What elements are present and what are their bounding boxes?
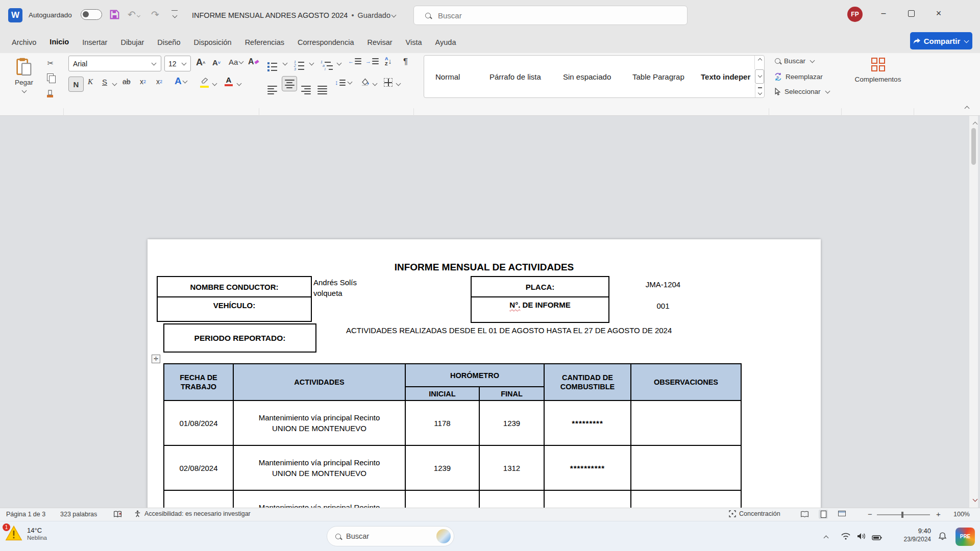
share-button[interactable]: Compartir <box>910 32 972 49</box>
line-spacing-icon[interactable]: ↕ <box>335 79 353 86</box>
sort-icon[interactable]: AZ↓ <box>385 56 392 66</box>
text-effects-icon[interactable]: A <box>175 76 188 87</box>
underline-button[interactable]: S <box>102 78 107 86</box>
titlebar-search-box[interactable]: Buscar <box>413 6 688 25</box>
shrink-font-icon[interactable]: A˅ <box>212 58 220 67</box>
periodo-box[interactable]: PERIODO REPORTADO: <box>163 323 316 353</box>
vertical-scrollbar[interactable] <box>969 116 978 508</box>
style-parrafo-de-lista[interactable]: Párrafo de lista <box>489 72 541 81</box>
multilevel-chevron-icon[interactable] <box>337 61 342 66</box>
decrease-indent-icon[interactable]: ← <box>348 58 361 64</box>
cell-fecha[interactable]: 02/08/2024 <box>164 445 233 490</box>
style-table-paragraph[interactable]: Table Paragrap <box>632 72 684 81</box>
cell-final[interactable]: 1239 <box>479 400 544 445</box>
autosave-toggle[interactable] <box>81 9 102 20</box>
focus-mode-button[interactable]: Concentración <box>729 510 780 517</box>
addins-button[interactable]: Complementos <box>847 56 909 83</box>
zoom-slider-thumb[interactable] <box>901 512 903 518</box>
tab-dibujar[interactable]: Dibujar <box>114 38 151 46</box>
vehiculo-label[interactable]: VEHÍCULO: <box>213 301 256 310</box>
informe-box[interactable]: N°. DE INFORME <box>471 296 609 323</box>
informe-value[interactable]: 001 <box>638 302 689 310</box>
cell-inicial[interactable]: 1178 <box>405 400 479 445</box>
bullets-icon[interactable] <box>267 57 277 71</box>
align-left-icon[interactable] <box>267 80 277 94</box>
col-header-final[interactable]: FINAL <box>479 387 544 400</box>
find-button[interactable]: Buscar <box>775 57 815 65</box>
grow-font-icon[interactable]: A˄ <box>196 57 205 68</box>
page-info[interactable]: Página 1 de 3 <box>6 511 45 518</box>
zoom-out-button[interactable]: − <box>868 510 872 518</box>
informe-label[interactable]: N°. DE INFORME <box>509 300 570 309</box>
print-layout-icon[interactable] <box>819 510 828 519</box>
align-center-icon[interactable] <box>282 76 297 91</box>
font-family-select[interactable]: Arial <box>68 56 161 71</box>
conductor-value[interactable]: Andrés Solís volqueta <box>313 277 374 298</box>
strikethrough-button[interactable]: ab <box>122 78 131 86</box>
close-button[interactable]: × <box>927 0 950 27</box>
avatar[interactable]: FP <box>847 7 863 22</box>
highlight-color-icon[interactable] <box>200 77 209 88</box>
periodo-label[interactable]: PERIODO REPORTADO: <box>194 334 286 343</box>
cell-cantidad[interactable]: ********** <box>544 445 631 490</box>
placa-box[interactable]: PLACA: <box>471 276 609 297</box>
col-header-horometro[interactable]: HORÓMETRO <box>405 364 544 387</box>
paste-button[interactable]: Pegar <box>9 56 39 102</box>
tab-ayuda[interactable]: Ayuda <box>429 38 463 46</box>
col-header-actividades[interactable]: ACTIVIDADES <box>233 364 405 400</box>
borders-chevron-icon[interactable] <box>396 81 401 86</box>
conductor-box[interactable]: NOMBRE CONDUCTOR: <box>157 276 312 297</box>
tab-archivo[interactable]: Archivo <box>5 38 43 46</box>
cell-actividad[interactable]: Mantenimiento vía principal Recinto UNIO… <box>233 445 405 490</box>
clock-widget[interactable]: 9:40 23/9/2024 <box>889 527 931 544</box>
conductor-label[interactable]: NOMBRE CONDUCTOR: <box>190 283 278 291</box>
style-texto-independiente[interactable]: Texto indeper <box>701 72 750 81</box>
highlight-chevron-icon[interactable] <box>212 81 217 86</box>
tray-expand-icon[interactable] <box>823 534 829 543</box>
tab-inicio[interactable]: Inicio <box>43 31 76 53</box>
increase-indent-icon[interactable]: → <box>365 58 379 64</box>
read-mode-icon[interactable] <box>800 511 809 519</box>
word-count[interactable]: 323 palabras <box>60 511 97 518</box>
col-header-cantidad[interactable]: CANTIDAD DE COMBUSTIBLE <box>544 364 631 400</box>
zoom-slider[interactable] <box>877 514 930 515</box>
subscript-button[interactable]: x2 <box>140 78 146 86</box>
cell-observaciones[interactable] <box>631 400 741 445</box>
scroll-up-icon[interactable] <box>973 122 978 127</box>
tab-revisar[interactable]: Revisar <box>360 38 399 46</box>
proofing-icon[interactable] <box>113 511 122 519</box>
restore-button[interactable] <box>899 0 923 27</box>
placa-label[interactable]: PLACA: <box>526 283 555 291</box>
format-painter-icon[interactable] <box>45 89 55 101</box>
justify-icon[interactable] <box>317 80 327 94</box>
show-paragraph-marks-icon[interactable]: ¶ <box>403 57 408 67</box>
volume-icon[interactable] <box>856 533 866 542</box>
bold-button[interactable]: N <box>68 77 84 92</box>
col-header-fecha[interactable]: FECHA DE TRABAJO <box>164 364 233 400</box>
undo-icon[interactable]: ↶ <box>128 9 141 20</box>
save-icon[interactable] <box>109 9 120 22</box>
document-page[interactable]: INFORME MENSUAL DE ACTIVIDADES NOMBRE CO… <box>148 239 821 551</box>
cell-fecha[interactable]: 01/08/2024 <box>164 400 233 445</box>
placa-value[interactable]: JMA-1204 <box>630 280 696 289</box>
scrollbar-thumb[interactable] <box>971 128 976 165</box>
collapse-ribbon-icon[interactable] <box>964 104 970 113</box>
web-layout-icon[interactable] <box>838 511 846 518</box>
table-move-handle[interactable]: ✛ <box>152 355 160 363</box>
styles-gallery-more[interactable] <box>755 84 764 98</box>
copy-icon[interactable] <box>47 73 54 81</box>
zoom-level[interactable]: 100% <box>953 511 970 518</box>
style-normal[interactable]: Normal <box>435 72 460 81</box>
align-right-icon[interactable] <box>301 80 311 94</box>
multilevel-list-icon[interactable]: 1ai <box>321 56 333 70</box>
underline-chevron-icon[interactable] <box>112 81 117 86</box>
minimize-button[interactable]: – <box>872 0 895 27</box>
italic-button[interactable]: K <box>88 78 93 86</box>
cell-observaciones[interactable] <box>631 445 741 490</box>
cell-final[interactable]: 1312 <box>479 445 544 490</box>
tab-referencias[interactable]: Referencias <box>238 38 291 46</box>
document-canvas[interactable]: INFORME MENSUAL DE ACTIVIDADES NOMBRE CO… <box>0 116 980 508</box>
weather-widget[interactable]: 1 14°C Neblina <box>5 525 47 543</box>
cell-cantidad[interactable]: ********* <box>544 400 631 445</box>
styles-scroll-down[interactable] <box>755 69 764 84</box>
